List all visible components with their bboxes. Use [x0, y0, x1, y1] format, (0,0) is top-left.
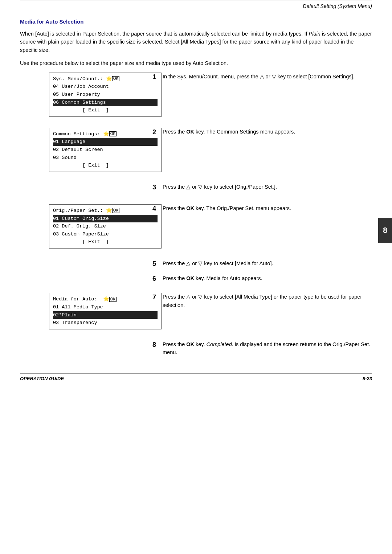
screen2: Common Settings: ⭐OK 01 Language 02 Defa… — [49, 128, 162, 172]
step1-desc: In the Sys. Menu/Count. menu, press the … — [163, 73, 372, 81]
screen1-container: Sys. Menu/Count.: ⭐OK 04 User/Job Accoun… — [20, 73, 145, 117]
screen2-container: Common Settings: ⭐OK 01 Language 02 Defa… — [20, 128, 145, 172]
screen3-line5: [ Exit ] — [53, 238, 158, 246]
step1: 1 In the Sys. Menu/Count. menu, press th… — [152, 73, 372, 82]
step7-number: 7 — [152, 293, 163, 302]
step8-number: 8 — [152, 340, 163, 349]
side-tab: 8 — [378, 218, 392, 243]
screen2-line4: 03 Sound — [53, 154, 158, 162]
step-row-4: Orig./Paper Set.: ⭐OK 01 Custom Orig.Siz… — [20, 204, 372, 249]
top-rule — [20, 0, 372, 3]
screen2-line1: Common Settings: ⭐OK — [53, 130, 158, 138]
ok-badge-4: OK — [109, 297, 117, 302]
screen4-line3: 02*Plain — [53, 311, 158, 319]
intro-para-2: Use the procedure below to select the pa… — [20, 59, 372, 67]
screen3: Orig./Paper Set.: ⭐OK 01 Custom Orig.Siz… — [49, 204, 162, 249]
step7-desc: Press the △ or ▽ key to select [All Medi… — [163, 293, 372, 309]
screen1-line1: Sys. Menu/Count.: ⭐OK — [53, 75, 158, 83]
steps-area: Sys. Menu/Count.: ⭐OK 04 User/Job Accoun… — [20, 73, 372, 362]
screen1-line3: 05 User Property — [53, 91, 158, 99]
ok-badge-3: OK — [112, 208, 119, 213]
step6-desc: Press the OK key. Media for Auto appears… — [163, 274, 372, 282]
screen4-line2: 01 All Media Type — [53, 303, 158, 311]
ok-badge-2: OK — [109, 131, 117, 136]
side-tab-container: 8 — [378, 218, 392, 243]
screen3-line1: Orig./Paper Set.: ⭐OK — [53, 207, 158, 215]
main-content: Media for Auto Selection When [Auto] is … — [20, 15, 372, 362]
header-title: Default Setting (System Menu) — [303, 3, 372, 9]
step56-text-area: 5 Press the △ or ▽ key to select [Media … — [145, 259, 372, 289]
step3-desc: Press the △ or ▽ key to select [Orig./Pa… — [163, 183, 372, 191]
step4: 4 Press the OK key. The Orig./Paper Set.… — [152, 204, 372, 213]
screen1: Sys. Menu/Count.: ⭐OK 04 User/Job Accoun… — [49, 73, 162, 117]
step-row-8: 8 Press the OK key. Completed. is displa… — [20, 340, 372, 362]
step-row-3: 3 Press the △ or ▽ key to select [Orig./… — [20, 183, 372, 198]
step2-number: 2 — [152, 128, 163, 137]
screen2-line5: [ Exit ] — [53, 161, 158, 169]
step2-text-area: 2 Press the OK key. The Common Settings … — [145, 128, 372, 143]
step4-text-area: 4 Press the OK key. The Orig./Paper Set.… — [145, 204, 372, 219]
step-row-56: 5 Press the △ or ▽ key to select [Media … — [20, 259, 372, 289]
step-row-7: Media for Auto: ⭐OK 01 All Media Type 02… — [20, 293, 372, 329]
screen1-line2: 04 User/Job Account — [53, 83, 158, 91]
screen4: Media for Auto: ⭐OK 01 All Media Type 02… — [49, 293, 162, 329]
step5-desc: Press the △ or ▽ key to select [Media fo… — [163, 259, 372, 267]
step7: 7 Press the △ or ▽ key to select [All Me… — [152, 293, 372, 309]
screen3-line4: 03 Custom PaperSize — [53, 230, 158, 238]
step4-number: 4 — [152, 204, 163, 213]
screen4-line4: 03 Transparency — [53, 319, 158, 327]
ok-badge: OK — [112, 76, 119, 81]
step-row-1: Sys. Menu/Count.: ⭐OK 04 User/Job Accoun… — [20, 73, 372, 117]
step4-desc: Press the OK key. The Orig./Paper Set. m… — [163, 204, 372, 212]
screen4-line1: Media for Auto: ⭐OK — [53, 295, 158, 303]
screen1-line4: 06 Common Settings — [53, 99, 158, 107]
step1-text-area: 1 In the Sys. Menu/Count. menu, press th… — [145, 73, 372, 87]
step3-text-area: 3 Press the △ or ▽ key to select [Orig./… — [145, 183, 372, 198]
footer: OPERATION GUIDE 8-23 — [20, 373, 372, 381]
section-heading: Media for Auto Selection — [20, 19, 372, 25]
intro-para-1: When [Auto] is selected in Paper Selecti… — [20, 30, 372, 54]
footer-right: 8-23 — [363, 376, 372, 381]
step7-text-area: 7 Press the △ or ▽ key to select [All Me… — [145, 293, 372, 315]
step8-text-area: 8 Press the OK key. Completed. is displa… — [145, 340, 372, 362]
step6: 6 Press the OK key. Media for Auto appea… — [152, 274, 372, 283]
page-header: Default Setting (System Menu) — [20, 3, 372, 15]
screen1-line5: [ Exit ] — [53, 106, 158, 114]
step8-desc: Press the OK key. Completed. is displaye… — [163, 340, 372, 357]
screen3-container: Orig./Paper Set.: ⭐OK 01 Custom Orig.Siz… — [20, 204, 145, 249]
screen2-line3: 02 Default Screen — [53, 146, 158, 154]
step6-number: 6 — [152, 274, 163, 283]
step8: 8 Press the OK key. Completed. is displa… — [152, 340, 372, 357]
step2: 2 Press the OK key. The Common Settings … — [152, 128, 372, 137]
page-container: Default Setting (System Menu) Media for … — [0, 0, 392, 554]
step3-number: 3 — [152, 183, 163, 192]
screen3-line2: 01 Custom Orig.Size — [53, 215, 158, 223]
side-tab-number: 8 — [383, 226, 387, 235]
step2-desc: Press the OK key. The Common Settings me… — [163, 128, 372, 136]
step-row-2: Common Settings: ⭐OK 01 Language 02 Defa… — [20, 128, 372, 172]
screen4-container: Media for Auto: ⭐OK 01 All Media Type 02… — [20, 293, 145, 329]
step1-number: 1 — [152, 73, 163, 82]
step5: 5 Press the △ or ▽ key to select [Media … — [152, 259, 372, 268]
footer-left: OPERATION GUIDE — [20, 376, 64, 381]
screen3-line3: 02 Def. Orig. Size — [53, 222, 158, 230]
step3: 3 Press the △ or ▽ key to select [Orig./… — [152, 183, 372, 192]
screen2-line2: 01 Language — [53, 138, 158, 146]
step5-number: 5 — [152, 259, 163, 268]
